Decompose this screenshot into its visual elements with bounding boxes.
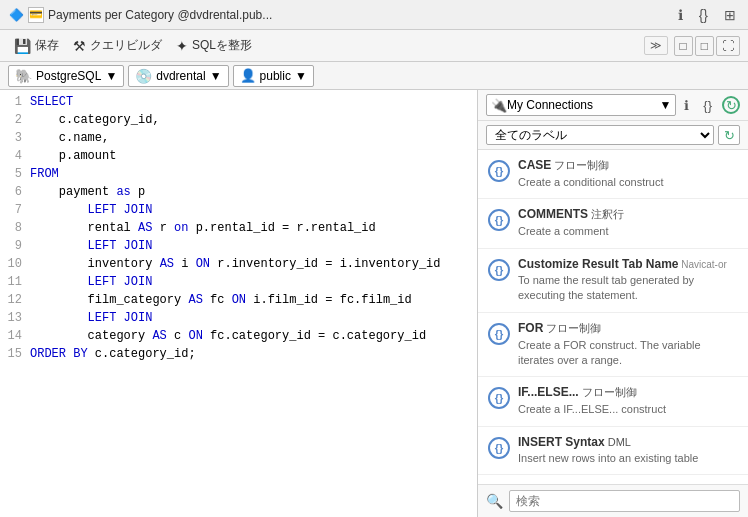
view-buttons: □ □ ⛶ (674, 36, 741, 56)
snippet-search-bar: 🔍 (478, 484, 748, 517)
save-icon: 💾 (14, 38, 31, 54)
code-token: AS (152, 329, 166, 343)
snippet-conn-icon: 🔌 (491, 98, 507, 113)
snippet-item-icon: {} (488, 160, 510, 182)
line-number: 8 (0, 220, 30, 235)
snippet-connection-dropdown[interactable]: 🔌 My Connections ▼ (486, 94, 676, 116)
snippet-item-title: IF...ELSE... フロー制御 (518, 385, 738, 400)
code-token: p.amount (30, 149, 116, 163)
line-number: 13 (0, 310, 30, 325)
snippet-item-body: Customize Result Tab Name Navicat-or To … (518, 257, 738, 304)
code-line: 13 LEFT JOIN (0, 310, 477, 328)
list-item[interactable]: {} LOOP フロー制御 Create a simple loop const… (478, 475, 748, 484)
code-token: AS (188, 293, 202, 307)
code-line: 2 c.category_id, (0, 112, 477, 130)
snippet-conn-label: My Connections (507, 98, 659, 112)
line-number: 2 (0, 112, 30, 127)
line-content: SELECT (30, 94, 477, 109)
view-btn-2[interactable]: □ (695, 36, 714, 56)
snippet-item-desc: Create a FOR construct. The variable ite… (518, 338, 738, 369)
connection-bar: 🐘 PostgreSQL ▼ 💿 dvdrental ▼ 👤 public ▼ (0, 62, 748, 90)
line-number: 3 (0, 130, 30, 145)
snippet-item-body: FOR フロー制御 Create a FOR construct. The va… (518, 321, 738, 369)
code-line: 15ORDER BY c.category_id; (0, 346, 477, 364)
view-btn-3[interactable]: ⛶ (716, 36, 740, 56)
info-button[interactable]: ℹ (674, 5, 687, 25)
code-line: 7 LEFT JOIN (0, 202, 477, 220)
snippet-item-desc: Insert new rows into an existing table (518, 451, 738, 466)
line-number: 4 (0, 148, 30, 163)
code-line: 12 film_category AS fc ON i.film_id = fc… (0, 292, 477, 310)
format-sql-button[interactable]: ✦ SQLを整形 (170, 34, 258, 57)
title-bar: 🔷 💳 Payments per Category @dvdrental.pub… (0, 0, 748, 30)
table-arrow: ▼ (295, 69, 307, 83)
brackets-button[interactable]: {} (695, 5, 712, 25)
expand-button[interactable]: ≫ (644, 36, 668, 55)
code-line: 6 payment as p (0, 184, 477, 202)
snippet-info-button[interactable]: ℹ (680, 96, 693, 115)
code-token: ON (188, 329, 202, 343)
snippet-brackets-button[interactable]: {} (699, 96, 716, 115)
code-token: ON (232, 293, 246, 307)
line-content: LEFT JOIN (30, 310, 477, 325)
sql-editor[interactable]: 1SELECT2 c.category_id,3 c.name,4 p.amou… (0, 90, 478, 517)
refresh-button[interactable]: ↻ (718, 125, 740, 145)
snippet-item-title: Customize Result Tab Name Navicat-or (518, 257, 738, 271)
code-token: c.name, (30, 131, 109, 145)
code-token: p (131, 185, 145, 199)
snippet-header-icons: ℹ {} ↻ (680, 96, 740, 115)
code-token: fc.category_id = c.category_id (203, 329, 426, 343)
line-content: film_category AS fc ON i.film_id = fc.fi… (30, 292, 477, 307)
line-number: 14 (0, 328, 30, 343)
label-dropdown[interactable]: 全てのラベル (486, 125, 714, 145)
snippet-grid-button[interactable]: ↻ (722, 96, 740, 114)
table-icon: 👤 (240, 68, 256, 83)
list-item[interactable]: {} FOR フロー制御 Create a FOR construct. The… (478, 313, 748, 378)
toolbar: 💾 保存 ⚒ クエリビルダ ✦ SQLを整形 ≫ □ □ ⛶ (0, 30, 748, 62)
snippet-item-icon: {} (488, 323, 510, 345)
line-content: FROM (30, 166, 477, 181)
format-sql-label: SQLを整形 (192, 37, 252, 54)
save-button[interactable]: 💾 保存 (8, 34, 65, 57)
grid-button[interactable]: ⊞ (720, 5, 740, 25)
line-content: LEFT JOIN (30, 238, 477, 253)
snippet-item-body: INSERT Syntax DML Insert new rows into a… (518, 435, 738, 466)
line-content: inventory AS i ON r.inventory_id = i.inv… (30, 256, 477, 271)
line-content: LEFT JOIN (30, 202, 477, 217)
line-number: 6 (0, 184, 30, 199)
code-line: 4 p.amount (0, 148, 477, 166)
list-item[interactable]: {} COMMENTS 注釈行 Create a comment (478, 199, 748, 248)
list-item[interactable]: {} Customize Result Tab Name Navicat-or … (478, 249, 748, 313)
query-builder-label: クエリビルダ (90, 37, 162, 54)
code-token: i.film_id = fc.film_id (246, 293, 412, 307)
list-item[interactable]: {} CASE フロー制御 Create a conditional const… (478, 150, 748, 199)
line-content: ORDER BY c.category_id; (30, 346, 477, 361)
db-type-dropdown[interactable]: 🐘 PostgreSQL ▼ (8, 65, 124, 87)
tab-icon: 💳 (28, 7, 44, 23)
code-token: LEFT JOIN (30, 311, 152, 325)
code-token: AS (160, 257, 174, 271)
snippet-item-desc: To name the result tab generated by exec… (518, 273, 738, 304)
schema-dropdown[interactable]: 💿 dvdrental ▼ (128, 65, 228, 87)
view-btn-1[interactable]: □ (674, 36, 693, 56)
code-token: LEFT JOIN (30, 275, 152, 289)
search-input[interactable] (509, 490, 740, 512)
db-type-icon: 🐘 (15, 68, 32, 84)
search-icon: 🔍 (486, 493, 503, 509)
table-label: public (260, 69, 291, 83)
list-item[interactable]: {} INSERT Syntax DML Insert new rows int… (478, 427, 748, 475)
schema-label: dvdrental (156, 69, 205, 83)
table-dropdown[interactable]: 👤 public ▼ (233, 65, 314, 87)
snippet-item-desc: Create a conditional construct (518, 175, 738, 190)
line-content: c.name, (30, 130, 477, 145)
code-line: 11 LEFT JOIN (0, 274, 477, 292)
query-builder-button[interactable]: ⚒ クエリビルダ (67, 34, 168, 57)
snippet-item-body: IF...ELSE... フロー制御 Create a IF...ELSE...… (518, 385, 738, 417)
code-token: SELECT (30, 95, 73, 109)
snippet-conn-arrow: ▼ (659, 98, 671, 112)
query-builder-icon: ⚒ (73, 38, 86, 54)
code-token: c.category_id, (30, 113, 160, 127)
code-line: 3 c.name, (0, 130, 477, 148)
list-item[interactable]: {} IF...ELSE... フロー制御 Create a IF...ELSE… (478, 377, 748, 426)
code-token: ORDER BY (30, 347, 88, 361)
